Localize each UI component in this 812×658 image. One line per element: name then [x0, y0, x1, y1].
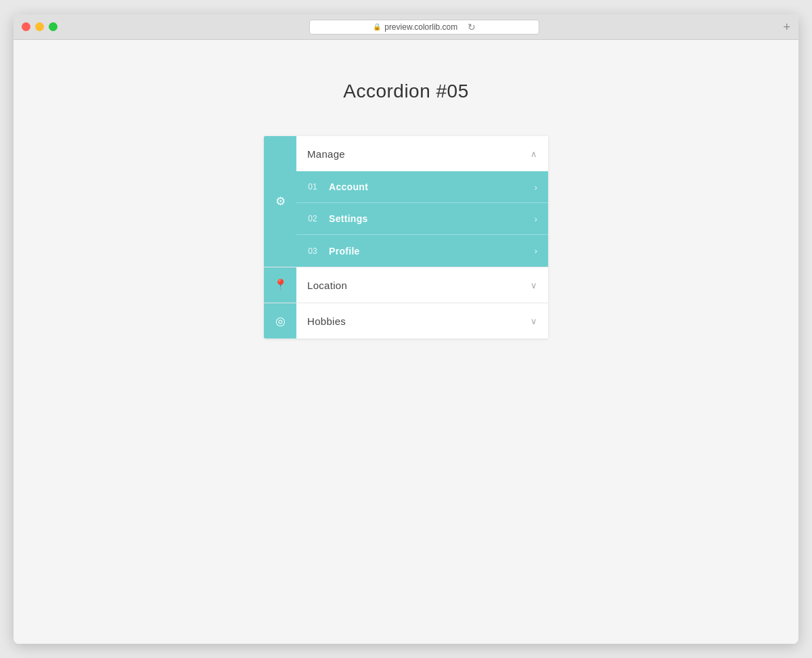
manage-body: 01 Account › 02 Settings › 03 Profile: [296, 171, 548, 267]
maximize-button[interactable]: [49, 22, 58, 31]
hobbies-icon-col: ◎: [264, 303, 296, 338]
url-bar[interactable]: 🔒 preview.colorlib.com ↻: [309, 20, 539, 35]
new-tab-button[interactable]: +: [783, 21, 790, 33]
profile-arrow: ›: [535, 246, 537, 256]
hobbies-label: Hobbies: [307, 315, 346, 327]
close-button[interactable]: [22, 22, 30, 31]
location-pin-icon: 📍: [273, 278, 288, 292]
browser-titlebar: 🔒 preview.colorlib.com ↻ +: [14, 14, 798, 40]
address-bar: 🔒 preview.colorlib.com ↻: [66, 20, 783, 35]
accordion-item-location: 📍 Location ∨: [264, 267, 548, 303]
hobbies-icon: ◎: [275, 314, 286, 328]
manage-label: Manage: [307, 148, 345, 160]
location-header[interactable]: Location ∨: [296, 267, 548, 303]
hobbies-chevron: ∨: [531, 316, 537, 326]
profile-number: 03: [296, 246, 329, 256]
manage-header[interactable]: Manage ∧: [296, 136, 548, 171]
subitem-account[interactable]: 01 Account ›: [296, 171, 548, 203]
page-content: Accordion #05 ⚙ Manage ∧ 01 Accou: [14, 40, 798, 644]
manage-icon-col: ⚙: [264, 136, 296, 267]
subitem-profile[interactable]: 03 Profile ›: [296, 235, 548, 267]
lock-icon: 🔒: [373, 23, 381, 30]
account-arrow: ›: [535, 182, 537, 192]
profile-label: Profile: [329, 246, 535, 257]
page-title: Accordion #05: [343, 81, 469, 102]
browser-window: 🔒 preview.colorlib.com ↻ + Accordion #05…: [14, 14, 798, 644]
accordion-item-manage: ⚙ Manage ∧ 01 Account ›: [264, 136, 548, 267]
account-label: Account: [329, 181, 535, 192]
account-number: 01: [296, 182, 329, 192]
url-text: preview.colorlib.com: [384, 22, 457, 32]
accordion-item-hobbies: ◎ Hobbies ∨: [264, 303, 548, 338]
hobbies-header[interactable]: Hobbies ∨: [296, 303, 548, 338]
settings-number: 02: [296, 214, 329, 223]
accordion: ⚙ Manage ∧ 01 Account ›: [264, 136, 548, 338]
refresh-button[interactable]: ↻: [468, 22, 476, 32]
traffic-lights: [22, 22, 58, 31]
minimize-button[interactable]: [35, 22, 44, 31]
manage-chevron: ∧: [531, 149, 537, 159]
location-chevron: ∨: [531, 280, 537, 290]
gear-icon: ⚙: [275, 194, 286, 209]
location-label: Location: [307, 280, 347, 291]
subitem-settings[interactable]: 02 Settings ›: [296, 203, 548, 235]
settings-label: Settings: [329, 213, 535, 224]
location-icon-col: 📍: [264, 267, 296, 303]
settings-arrow: ›: [535, 214, 537, 224]
